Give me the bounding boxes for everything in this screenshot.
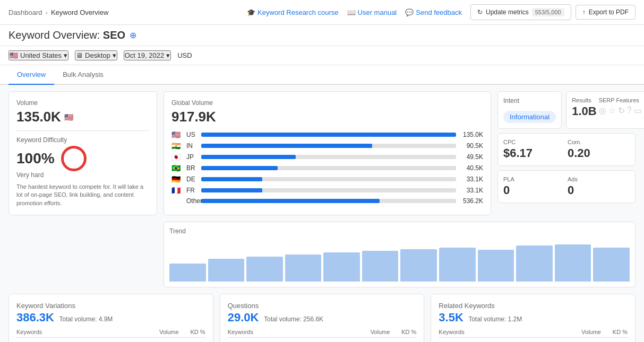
rk-total-label: Total volume: 1.2M	[468, 315, 522, 323]
add-keyword-icon[interactable]: ⊕	[130, 30, 136, 40]
br-bar	[201, 166, 278, 170]
chevron-down-icon: ▾	[113, 51, 116, 59]
tabs-bar: Overview Bulk Analysis	[0, 65, 644, 85]
graduation-icon: 🎓	[247, 8, 255, 16]
q-section-title: Questions	[228, 302, 417, 310]
book-icon: 📖	[347, 8, 356, 16]
kv-col-vol: Volume	[147, 329, 179, 335]
export-icon: ↑	[582, 8, 586, 16]
breadcrumb-current: Keyword Overview	[51, 8, 108, 16]
trend-bar-6	[400, 249, 437, 282]
br-flag: 🇧🇷	[171, 164, 183, 172]
intent-badge: Informational	[503, 111, 556, 123]
com-label: Com.	[568, 139, 630, 145]
volume-value: 135.0K 🇺🇸	[16, 109, 149, 125]
serp-icons: ◎ ☆ ↻ ? ▭ ▤	[599, 106, 644, 116]
serp-icon-5: ▭	[634, 106, 642, 116]
country-row-de: 🇩🇪 DE 33.1K	[171, 175, 483, 183]
trend-bar-5	[362, 251, 399, 282]
de-code: DE	[186, 176, 198, 183]
q-total-label: Total volume: 256.6K	[264, 315, 323, 323]
country-row-us: 🇺🇸 US 135.0K	[171, 130, 483, 139]
br-bar-container	[201, 166, 456, 170]
results-widget: Results 1.0B SERP Features ◎ ☆ ↻ ? ▭	[566, 91, 644, 129]
tab-overview[interactable]: Overview	[8, 65, 54, 85]
us-flag: 🇺🇸	[171, 130, 183, 139]
q-col-vol: Volume	[358, 329, 390, 335]
tab-bulk-analysis[interactable]: Bulk Analysis	[54, 65, 112, 85]
feedback-link[interactable]: 💬 Send feedback	[405, 8, 462, 16]
trend-bar-4	[323, 252, 360, 282]
q-row-0: what is seo 22.2K 97	[228, 339, 417, 342]
cpc-label: CPC	[503, 139, 565, 145]
update-metrics-button[interactable]: ↻ Update metrics 553/5,000	[470, 4, 571, 20]
trend-bar-10	[555, 244, 591, 282]
q-table-header: Keywords Volume KD %	[228, 327, 417, 338]
trend-label: Trend	[169, 227, 630, 235]
kv-section-title: Keyword Variations	[16, 302, 205, 310]
date-filter[interactable]: Oct 19, 2022 ▾	[124, 50, 171, 60]
rk-section-title: Related Keywords	[439, 302, 628, 310]
top-bar: Dashboard › Keyword Overview 🎓 Keyword R…	[0, 0, 644, 25]
rk-table-header: Keywords Volume KD %	[439, 327, 628, 338]
de-bar-container	[201, 177, 456, 181]
manual-link[interactable]: 📖 User manual	[347, 8, 397, 16]
serp-icon-2: ☆	[608, 106, 616, 116]
device-filter[interactable]: 🖥 Desktop ▾	[75, 50, 117, 60]
us-bar-container	[201, 133, 456, 137]
intent-label: Intent	[503, 97, 556, 104]
trend-bars	[169, 239, 630, 282]
q-count: 29.0K	[228, 311, 259, 324]
kd-label: Keyword Difficulty	[16, 136, 149, 144]
q-col-kd: KD %	[390, 329, 416, 335]
in-flag: 🇮🇳	[171, 142, 183, 150]
breadcrumb-dashboard[interactable]: Dashboard	[8, 8, 42, 16]
desktop-icon: 🖥	[76, 51, 83, 59]
de-bar	[201, 177, 262, 181]
country-row-other: Other 536.2K	[171, 197, 483, 205]
us-value: 135.0K	[459, 131, 483, 138]
trend-widget: Trend	[164, 222, 636, 287]
related-keywords-widget: Related Keywords 3.5K Total volume: 1.2M…	[431, 294, 636, 342]
other-value: 536.2K	[459, 197, 483, 205]
in-bar-container	[201, 144, 456, 148]
in-code: IN	[186, 142, 198, 150]
country-filter[interactable]: 🇺🇸 United States ▾	[8, 50, 68, 60]
global-volume-label: Global Volume	[171, 99, 483, 107]
trend-bar-7	[439, 248, 476, 282]
fr-bar-container	[201, 188, 456, 192]
ads-value: 0	[568, 183, 630, 197]
filters-bar: 🇺🇸 United States ▾ 🖥 Desktop ▾ Oct 19, 2…	[0, 46, 644, 65]
export-pdf-button[interactable]: ↑ Export to PDF	[576, 5, 636, 20]
kd-description: The hardest keyword to compete for. It w…	[16, 183, 149, 207]
pla-label: PLA	[503, 176, 565, 182]
keyword-variations-widget: Keyword Variations 386.3K Total volume: …	[8, 294, 213, 342]
bottom-widgets: Keyword Variations 386.3K Total volume: …	[8, 294, 636, 342]
us-flag-icon: 🇺🇸	[64, 113, 73, 121]
kv-col-kw: Keywords	[16, 329, 147, 335]
trend-bar-1	[208, 259, 245, 282]
kd-value: 100%	[16, 150, 55, 167]
jp-bar	[201, 155, 296, 159]
refresh-icon: ↻	[477, 8, 483, 16]
jp-flag: 🇯🇵	[171, 153, 183, 161]
kv-row-0: seo 135.0K 100	[16, 339, 205, 342]
de-value: 33.1K	[459, 176, 483, 183]
page-header: Keyword Overview: SEO ⊕	[0, 25, 644, 46]
q-col-kw: Keywords	[228, 329, 358, 335]
volume-kd-widget: Volume 135.0K 🇺🇸 Keyword Difficulty 100%…	[8, 91, 157, 215]
cpc-value: $6.17	[503, 146, 565, 160]
other-bar	[201, 199, 380, 203]
course-link[interactable]: 🎓 Keyword Research course	[247, 8, 338, 16]
other-code: Other	[186, 197, 198, 205]
kv-table-header: Keywords Volume KD %	[16, 327, 205, 338]
kd-circle	[61, 146, 87, 171]
global-volume-widget: Global Volume 917.9K 🇺🇸 US 135.0K 🇮🇳 IN …	[164, 91, 491, 215]
ads-label: Ads	[568, 176, 630, 182]
fr-bar	[201, 188, 262, 192]
us-bar	[201, 133, 456, 137]
results-label: Results	[572, 97, 596, 103]
breadcrumb-separator: ›	[46, 8, 48, 16]
in-bar	[201, 144, 372, 148]
fr-code: FR	[186, 187, 198, 194]
